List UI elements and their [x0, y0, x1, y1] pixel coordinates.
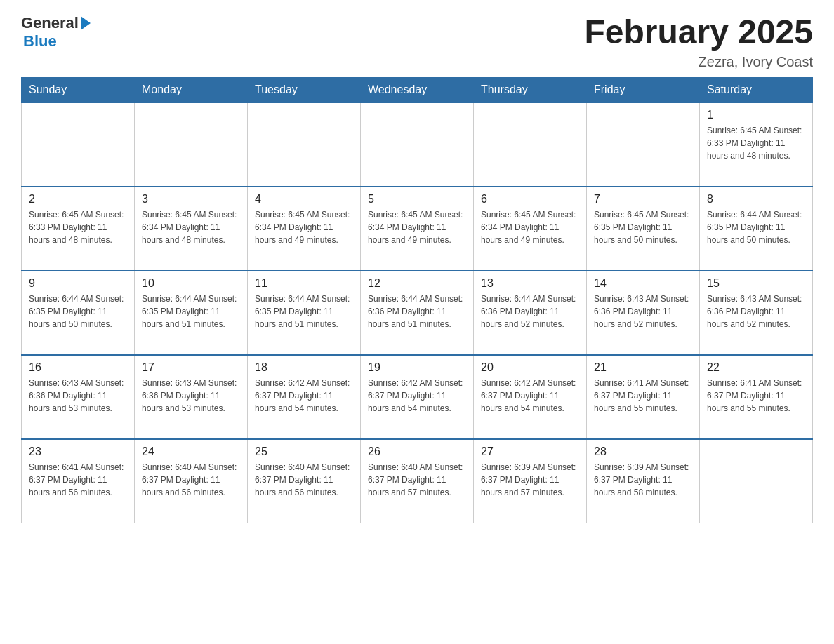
- day-info: Sunrise: 6:44 AM Sunset: 6:35 PM Dayligh…: [29, 293, 127, 330]
- day-info: Sunrise: 6:42 AM Sunset: 6:37 PM Dayligh…: [255, 377, 353, 415]
- day-number: 10: [142, 277, 240, 290]
- day-info: Sunrise: 6:40 AM Sunset: 6:37 PM Dayligh…: [368, 461, 466, 499]
- calendar-cell: 6Sunrise: 6:45 AM Sunset: 6:34 PM Daylig…: [474, 187, 587, 271]
- logo-arrow-icon: [81, 16, 91, 30]
- day-number: 5: [368, 193, 466, 206]
- calendar-cell: 8Sunrise: 6:44 AM Sunset: 6:35 PM Daylig…: [700, 187, 813, 271]
- day-number: 1: [707, 109, 805, 121]
- day-number: 20: [481, 361, 579, 374]
- title-block: February 2025 Zezra, Ivory Coast: [584, 14, 813, 70]
- day-number: 11: [255, 277, 353, 290]
- day-number: 6: [481, 193, 579, 206]
- logo-general-text: General: [21, 14, 79, 32]
- day-info: Sunrise: 6:40 AM Sunset: 6:37 PM Dayligh…: [255, 461, 353, 499]
- day-number: 19: [368, 361, 466, 374]
- calendar-cell: 10Sunrise: 6:44 AM Sunset: 6:35 PM Dayli…: [135, 271, 248, 355]
- day-info: Sunrise: 6:44 AM Sunset: 6:35 PM Dayligh…: [255, 293, 353, 330]
- logo-blue-text: Blue: [23, 32, 57, 51]
- calendar-cell: 9Sunrise: 6:44 AM Sunset: 6:35 PM Daylig…: [22, 271, 135, 355]
- day-number: 24: [142, 445, 240, 458]
- calendar-cell: 25Sunrise: 6:40 AM Sunset: 6:37 PM Dayli…: [248, 439, 361, 523]
- day-number: 23: [29, 445, 127, 458]
- day-number: 21: [594, 361, 692, 374]
- calendar-cell: 13Sunrise: 6:44 AM Sunset: 6:36 PM Dayli…: [474, 271, 587, 355]
- day-info: Sunrise: 6:45 AM Sunset: 6:34 PM Dayligh…: [142, 208, 240, 246]
- calendar-cell: 3Sunrise: 6:45 AM Sunset: 6:34 PM Daylig…: [135, 187, 248, 271]
- day-number: 18: [255, 361, 353, 374]
- calendar-week-row: 16Sunrise: 6:43 AM Sunset: 6:36 PM Dayli…: [22, 355, 813, 439]
- calendar-cell: 2Sunrise: 6:45 AM Sunset: 6:33 PM Daylig…: [22, 187, 135, 271]
- calendar-cell: [248, 102, 361, 187]
- day-number: 27: [481, 445, 579, 458]
- calendar-body: 1Sunrise: 6:45 AM Sunset: 6:33 PM Daylig…: [22, 102, 813, 523]
- calendar-cell: 12Sunrise: 6:44 AM Sunset: 6:36 PM Dayli…: [361, 271, 474, 355]
- day-number: 2: [29, 193, 127, 206]
- day-number: 22: [707, 361, 805, 374]
- day-info: Sunrise: 6:41 AM Sunset: 6:37 PM Dayligh…: [594, 377, 692, 415]
- day-number: 8: [707, 193, 805, 206]
- calendar-subtitle: Zezra, Ivory Coast: [584, 54, 813, 70]
- day-of-week-header: Saturday: [700, 77, 813, 102]
- calendar-cell: [474, 102, 587, 187]
- calendar-cell: 20Sunrise: 6:42 AM Sunset: 6:37 PM Dayli…: [474, 355, 587, 439]
- calendar-cell: 18Sunrise: 6:42 AM Sunset: 6:37 PM Dayli…: [248, 355, 361, 439]
- day-info: Sunrise: 6:40 AM Sunset: 6:37 PM Dayligh…: [142, 461, 240, 499]
- calendar-cell: 11Sunrise: 6:44 AM Sunset: 6:35 PM Dayli…: [248, 271, 361, 355]
- day-info: Sunrise: 6:41 AM Sunset: 6:37 PM Dayligh…: [29, 461, 127, 499]
- day-info: Sunrise: 6:45 AM Sunset: 6:34 PM Dayligh…: [368, 208, 466, 246]
- day-info: Sunrise: 6:45 AM Sunset: 6:35 PM Dayligh…: [594, 208, 692, 246]
- day-info: Sunrise: 6:42 AM Sunset: 6:37 PM Dayligh…: [368, 377, 466, 415]
- day-number: 12: [368, 277, 466, 290]
- day-info: Sunrise: 6:45 AM Sunset: 6:34 PM Dayligh…: [481, 208, 579, 246]
- day-number: 26: [368, 445, 466, 458]
- day-info: Sunrise: 6:44 AM Sunset: 6:35 PM Dayligh…: [142, 293, 240, 330]
- calendar-cell: 4Sunrise: 6:45 AM Sunset: 6:34 PM Daylig…: [248, 187, 361, 271]
- calendar-week-row: 2Sunrise: 6:45 AM Sunset: 6:33 PM Daylig…: [22, 187, 813, 271]
- day-info: Sunrise: 6:39 AM Sunset: 6:37 PM Dayligh…: [594, 461, 692, 499]
- day-number: 9: [29, 277, 127, 290]
- calendar-cell: [700, 439, 813, 523]
- calendar-cell: 28Sunrise: 6:39 AM Sunset: 6:37 PM Dayli…: [587, 439, 700, 523]
- calendar-cell: 23Sunrise: 6:41 AM Sunset: 6:37 PM Dayli…: [22, 439, 135, 523]
- day-info: Sunrise: 6:39 AM Sunset: 6:37 PM Dayligh…: [481, 461, 579, 499]
- calendar-cell: [22, 102, 135, 187]
- calendar-title: February 2025: [584, 14, 813, 51]
- day-number: 3: [142, 193, 240, 206]
- day-of-week-header: Monday: [135, 77, 248, 102]
- day-number: 16: [29, 361, 127, 374]
- day-of-week-header: Tuesday: [248, 77, 361, 102]
- calendar-cell: 24Sunrise: 6:40 AM Sunset: 6:37 PM Dayli…: [135, 439, 248, 523]
- day-info: Sunrise: 6:43 AM Sunset: 6:36 PM Dayligh…: [142, 377, 240, 415]
- calendar-cell: [135, 102, 248, 187]
- day-number: 17: [142, 361, 240, 374]
- calendar-cell: [361, 102, 474, 187]
- day-of-week-header: Sunday: [22, 77, 135, 102]
- logo: General Blue: [21, 14, 91, 51]
- calendar-cell: 15Sunrise: 6:43 AM Sunset: 6:36 PM Dayli…: [700, 271, 813, 355]
- day-info: Sunrise: 6:44 AM Sunset: 6:36 PM Dayligh…: [368, 293, 466, 330]
- day-of-week-header: Wednesday: [361, 77, 474, 102]
- calendar-cell: 27Sunrise: 6:39 AM Sunset: 6:37 PM Dayli…: [474, 439, 587, 523]
- calendar-cell: 5Sunrise: 6:45 AM Sunset: 6:34 PM Daylig…: [361, 187, 474, 271]
- calendar-week-row: 9Sunrise: 6:44 AM Sunset: 6:35 PM Daylig…: [22, 271, 813, 355]
- day-info: Sunrise: 6:44 AM Sunset: 6:35 PM Dayligh…: [707, 208, 805, 246]
- day-info: Sunrise: 6:41 AM Sunset: 6:37 PM Dayligh…: [707, 377, 805, 415]
- day-number: 7: [594, 193, 692, 206]
- day-number: 15: [707, 277, 805, 290]
- day-info: Sunrise: 6:42 AM Sunset: 6:37 PM Dayligh…: [481, 377, 579, 415]
- calendar-cell: 16Sunrise: 6:43 AM Sunset: 6:36 PM Dayli…: [22, 355, 135, 439]
- day-info: Sunrise: 6:43 AM Sunset: 6:36 PM Dayligh…: [29, 377, 127, 415]
- day-info: Sunrise: 6:45 AM Sunset: 6:33 PM Dayligh…: [29, 208, 127, 246]
- page-header: General Blue February 2025 Zezra, Ivory …: [21, 14, 813, 70]
- day-number: 13: [481, 277, 579, 290]
- day-info: Sunrise: 6:44 AM Sunset: 6:36 PM Dayligh…: [481, 293, 579, 330]
- day-of-week-header: Thursday: [474, 77, 587, 102]
- calendar-cell: 22Sunrise: 6:41 AM Sunset: 6:37 PM Dayli…: [700, 355, 813, 439]
- calendar-cell: 14Sunrise: 6:43 AM Sunset: 6:36 PM Dayli…: [587, 271, 700, 355]
- day-info: Sunrise: 6:45 AM Sunset: 6:33 PM Dayligh…: [707, 124, 805, 162]
- days-of-week-row: SundayMondayTuesdayWednesdayThursdayFrid…: [22, 77, 813, 102]
- calendar-header: SundayMondayTuesdayWednesdayThursdayFrid…: [22, 77, 813, 102]
- day-number: 25: [255, 445, 353, 458]
- calendar-cell: 1Sunrise: 6:45 AM Sunset: 6:33 PM Daylig…: [700, 102, 813, 187]
- calendar-cell: [587, 102, 700, 187]
